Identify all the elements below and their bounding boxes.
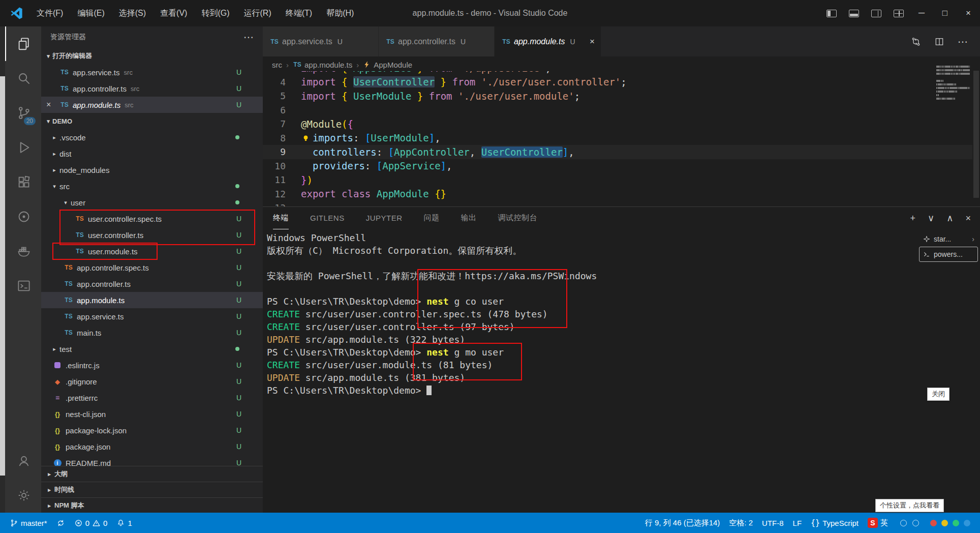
- tree-item-gitignore[interactable]: ◆.gitignoreU: [41, 373, 263, 390]
- activity-docker[interactable]: [5, 234, 41, 269]
- menu-item[interactable]: 转到(G): [194, 0, 236, 26]
- code-line-9[interactable]: 9 controllers: [AppController, UserContr…: [263, 145, 972, 159]
- breadcrumb-item[interactable]: TSapp.module.ts: [293, 61, 352, 69]
- tree-item-user-controller-ts[interactable]: TSuser.controller.tsU: [41, 227, 263, 243]
- maximize-button[interactable]: □: [933, 0, 957, 26]
- code-line-4[interactable]: 4import { UserController } from './user/…: [263, 75, 972, 90]
- code-line-11[interactable]: 11}): [263, 173, 972, 187]
- editor-scrollbar[interactable]: [972, 56, 980, 206]
- terminal-output[interactable]: Windows PowerShell版权所有（C） Microsoft Corp…: [267, 231, 916, 511]
- menu-item[interactable]: 编辑(E): [70, 0, 111, 26]
- sidebar-section-[interactable]: ▸大纲: [41, 466, 263, 482]
- panel-tab-GITLENS[interactable]: GITLENS: [310, 207, 345, 229]
- tree-item-app-module-ts[interactable]: TSapp.module.tsU: [41, 292, 263, 308]
- code-line-5[interactable]: 5import { UserModule } from './user/user…: [263, 89, 972, 103]
- open-editor-item[interactable]: TSapp.controller.tssrcU: [41, 80, 263, 97]
- open-editor-item[interactable]: TSapp.service.tssrcU: [41, 64, 263, 80]
- minimap[interactable]: [935, 64, 971, 105]
- tab-app-module-ts[interactable]: TSapp.module.tsU×: [495, 26, 601, 56]
- project-section[interactable]: ▾ DEMO: [41, 113, 263, 129]
- menu-item[interactable]: 终端(T): [279, 0, 319, 26]
- tree-item-eslintrc-js[interactable]: .eslintrc.jsU: [41, 357, 263, 373]
- cursor-position[interactable]: 行 9, 列 46 (已选择14): [640, 513, 725, 533]
- tree-item-nest-cli-json[interactable]: {}nest-cli.jsonU: [41, 406, 263, 422]
- language-mode[interactable]: {}TypeScript: [806, 513, 863, 533]
- customize-layout-icon[interactable]: [894, 10, 904, 17]
- toggle-panel-icon[interactable]: [849, 10, 859, 17]
- activity-explorer[interactable]: [5, 26, 41, 61]
- tree-item-prettierrc[interactable]: ≡.prettierrcU: [41, 390, 263, 406]
- toggle-secondary-sidebar-icon[interactable]: [871, 10, 881, 17]
- tree-item-main-ts[interactable]: TSmain.tsU: [41, 324, 263, 341]
- terminal-instance[interactable]: powers...: [919, 247, 978, 262]
- panel-tab-tab[interactable]: 问题: [424, 207, 440, 229]
- activity-search[interactable]: [5, 61, 41, 96]
- code-line-8[interactable]: 8 imports: [UserModule],: [263, 131, 972, 145]
- sync-button[interactable]: [52, 513, 70, 533]
- branch-indicator[interactable]: master*: [5, 513, 52, 533]
- close-icon[interactable]: ×: [590, 37, 595, 47]
- activity-scm[interactable]: 20: [5, 96, 41, 130]
- activity-terminal[interactable]: [5, 269, 41, 303]
- ime-indicator[interactable]: S英: [863, 513, 893, 533]
- code-line-12[interactable]: 12export class AppModule {}: [263, 187, 972, 201]
- menu-item[interactable]: 查看(V): [153, 0, 194, 26]
- code-line-10[interactable]: 10 providers: [AppService],: [263, 159, 972, 173]
- split-editor-icon[interactable]: [934, 37, 944, 47]
- tree-item-node-modules[interactable]: ▸node_modules: [41, 162, 263, 178]
- code-line-3[interactable]: 3import { AppService } from './app.servi…: [263, 71, 972, 75]
- tree-item-app-service-ts[interactable]: TSapp.service.tsU: [41, 308, 263, 324]
- menu-item[interactable]: 选择(S): [112, 0, 153, 26]
- problems-indicator[interactable]: 00: [70, 513, 112, 533]
- panel-tab-tab[interactable]: 输出: [461, 207, 477, 229]
- lightbulb-icon[interactable]: [301, 134, 310, 142]
- close-button[interactable]: ×: [957, 0, 980, 26]
- tree-item-src[interactable]: ▾src: [41, 178, 263, 194]
- minimize-button[interactable]: ─: [910, 0, 933, 26]
- alerts-indicator[interactable]: 1: [112, 513, 136, 533]
- more-actions-icon[interactable]: ⋯: [243, 31, 254, 43]
- page-scrollbar-thumb[interactable]: [0, 76, 5, 476]
- terminal-dropdown-icon[interactable]: ∨: [928, 213, 934, 224]
- code-line-6[interactable]: 6: [263, 103, 972, 117]
- open-changes-icon[interactable]: [911, 37, 921, 47]
- terminal-instance[interactable]: star...›: [919, 231, 978, 247]
- tree-item-app-controller-spec-ts[interactable]: TSapp.controller.spec.tsU: [41, 259, 263, 276]
- maximize-panel-icon[interactable]: ∧: [946, 213, 953, 224]
- activity-gear[interactable]: [5, 478, 41, 513]
- tree-item-user[interactable]: ▾user: [41, 194, 263, 211]
- eol[interactable]: LF: [788, 513, 807, 533]
- activity-extensions[interactable]: [5, 165, 41, 199]
- activity-remote[interactable]: [5, 199, 41, 234]
- page-scrollbar[interactable]: [0, 0, 5, 533]
- breadcrumb-item[interactable]: src: [272, 61, 282, 69]
- more-actions-icon[interactable]: ⋯: [958, 36, 968, 48]
- toggle-sidebar-icon[interactable]: [826, 10, 837, 17]
- code-editor[interactable]: 3import { AppService } from './app.servi…: [263, 71, 972, 206]
- menu-item[interactable]: 运行(R): [237, 0, 279, 26]
- tree-item-package-lock-json[interactable]: {}package-lock.jsonU: [41, 422, 263, 438]
- tab-app-service-ts[interactable]: TSapp.service.tsU: [263, 26, 379, 56]
- menu-item[interactable]: 文件(F): [29, 0, 70, 26]
- open-editors-section[interactable]: ▾ 打开的编辑器: [41, 48, 263, 64]
- encoding[interactable]: UTF-8: [757, 513, 788, 533]
- tab-app-controller-ts[interactable]: TSapp.controller.tsU: [379, 26, 495, 56]
- tree-item-app-controller-ts[interactable]: TSapp.controller.tsU: [41, 276, 263, 292]
- close-icon[interactable]: ×: [46, 100, 57, 109]
- close-panel-icon[interactable]: ×: [965, 213, 971, 224]
- panel-tab-JUPYTER[interactable]: JUPYTER: [366, 207, 403, 229]
- activity-debug[interactable]: [5, 130, 41, 165]
- sidebar-section-[interactable]: ▸时间线: [41, 482, 263, 497]
- sidebar-section-NPM[interactable]: ▸NPM 脚本: [41, 497, 263, 513]
- code-line-13[interactable]: 13: [263, 201, 972, 206]
- tree-item-dist[interactable]: ▸dist: [41, 145, 263, 162]
- tree-item-user-controller-spec-ts[interactable]: TSuser.controller.spec.tsU: [41, 211, 263, 227]
- indentation[interactable]: 空格: 2: [724, 513, 757, 533]
- menu-item[interactable]: 帮助(H): [319, 0, 361, 26]
- panel-tab-terminal[interactable]: 终端: [273, 207, 289, 229]
- new-terminal-icon[interactable]: +: [910, 213, 916, 224]
- tree-item-package-json[interactable]: {}package.jsonU: [41, 438, 263, 455]
- open-editor-item[interactable]: ×TSapp.module.tssrcU: [41, 97, 263, 113]
- editor-scrollbar-thumb[interactable]: [973, 71, 979, 198]
- code-line-7[interactable]: 7@Module({: [263, 117, 972, 131]
